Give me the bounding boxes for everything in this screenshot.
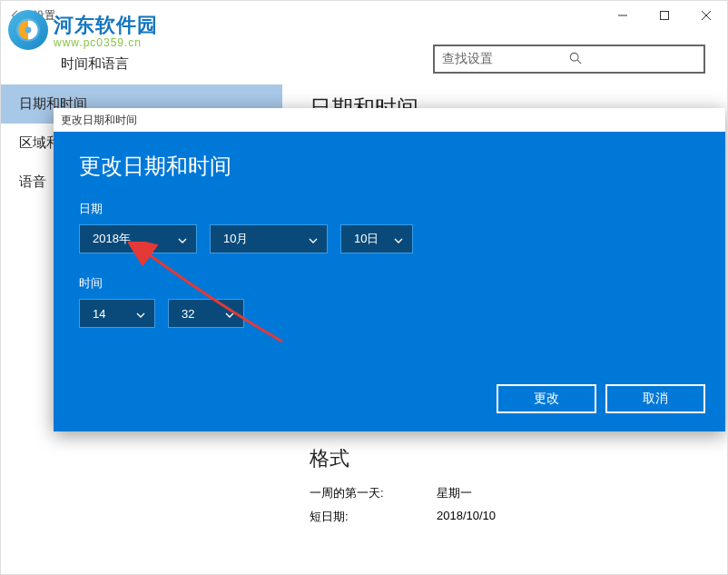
chevron-down-icon — [394, 233, 403, 246]
minute-dropdown[interactable]: 32 — [168, 299, 244, 328]
first-day-key: 一周的第一天: — [310, 485, 400, 501]
close-button[interactable] — [685, 1, 727, 30]
chevron-down-icon — [225, 307, 234, 321]
minimize-button[interactable] — [602, 1, 644, 30]
format-heading: 格式 — [310, 445, 700, 472]
hour-dropdown[interactable]: 14 — [79, 299, 155, 328]
chevron-down-icon — [136, 307, 145, 321]
search-placeholder: 查找设置 — [442, 51, 569, 67]
maximize-button[interactable] — [644, 1, 685, 30]
dialog-titlebar: 更改日期和时间 — [54, 108, 725, 132]
chevron-down-icon — [178, 233, 187, 246]
dialog-title: 更改日期和时间 — [61, 113, 137, 128]
short-date-key: 短日期: — [310, 509, 400, 525]
year-dropdown[interactable]: 2018年 — [79, 224, 197, 253]
page-subtitle: 时间和语言 — [23, 37, 129, 73]
confirm-button[interactable]: 更改 — [497, 384, 596, 413]
chevron-down-icon — [309, 233, 318, 246]
dialog-heading: 更改日期和时间 — [79, 152, 700, 181]
svg-point-5 — [570, 53, 578, 61]
date-label: 日期 — [79, 201, 700, 217]
svg-line-6 — [577, 60, 581, 64]
day-dropdown[interactable]: 10日 — [340, 224, 413, 253]
window-titlebar: 设置 — [1, 1, 727, 30]
short-date-value: 2018/10/10 — [437, 509, 496, 525]
time-label: 时间 — [79, 275, 700, 292]
search-input[interactable]: 查找设置 — [433, 45, 705, 74]
svg-rect-1 — [661, 12, 669, 20]
window-title: 设置 — [34, 8, 55, 24]
search-icon — [569, 52, 696, 67]
cancel-button[interactable]: 取消 — [605, 384, 705, 413]
change-datetime-dialog: 更改日期和时间 更改日期和时间 日期 2018年 10月 10日 时间 14 — [54, 108, 725, 431]
back-button[interactable] — [1, 1, 30, 30]
page-header: 时间和语言 查找设置 — [1, 30, 727, 84]
first-day-value: 星期一 — [437, 485, 472, 501]
month-dropdown[interactable]: 10月 — [210, 224, 328, 253]
